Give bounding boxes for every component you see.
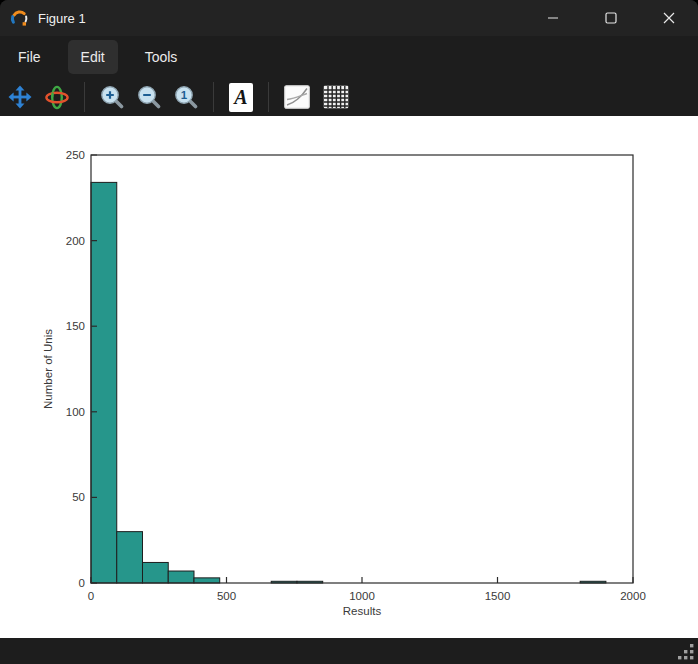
zoom-in-button[interactable]: [100, 85, 124, 109]
histogram-bar: [117, 532, 143, 583]
figure-window: Figure 1 File Edit Tools: [0, 0, 698, 664]
toolbar-separator: [268, 82, 269, 112]
histogram-chart: 0500100015002000050100150200250ResultsNu…: [0, 116, 698, 638]
text-annotation-icon: A: [229, 83, 253, 112]
x-tick-label: 500: [217, 590, 236, 602]
matplotlib-logo-icon: [10, 9, 29, 28]
zoom-reset-button[interactable]: 1: [174, 85, 198, 109]
plot-curves-button[interactable]: [284, 85, 310, 109]
menu-edit[interactable]: Edit: [68, 40, 118, 74]
y-tick-label: 50: [72, 491, 85, 503]
plot-canvas[interactable]: 0500100015002000050100150200250ResultsNu…: [0, 116, 698, 638]
maximize-icon: [605, 12, 617, 24]
zoom-out-button[interactable]: [137, 85, 161, 109]
close-button[interactable]: [640, 0, 698, 36]
text-annotation-button[interactable]: A: [229, 83, 253, 112]
x-tick-label: 0: [88, 590, 94, 602]
pan-icon: [8, 85, 32, 109]
histogram-bar: [168, 571, 194, 583]
toolbar-separator: [84, 82, 85, 112]
zoom-out-icon: [137, 85, 161, 109]
toolbar: 1 A: [0, 78, 698, 116]
statusbar: [0, 638, 698, 664]
window-controls: [524, 0, 698, 36]
zoom-in-icon: [100, 85, 124, 109]
y-tick-label: 150: [66, 320, 85, 332]
y-axis-label: Number of Unis: [42, 329, 54, 409]
plot-frame: [91, 155, 633, 583]
x-tick-label: 1500: [485, 590, 511, 602]
histogram-bar: [194, 578, 220, 583]
toolbar-separator: [213, 82, 214, 112]
maximize-button[interactable]: [582, 0, 640, 36]
menu-file[interactable]: File: [5, 40, 54, 74]
x-tick-label: 2000: [620, 590, 646, 602]
grid-icon: [323, 85, 349, 109]
resize-grip-icon[interactable]: [678, 644, 695, 661]
zoom-reset-icon: 1: [174, 85, 198, 109]
grid-button[interactable]: [323, 85, 349, 109]
pan-button[interactable]: [8, 85, 32, 109]
svg-text:1: 1: [181, 89, 188, 101]
menubar: File Edit Tools: [0, 36, 698, 78]
y-tick-label: 200: [66, 235, 85, 247]
menu-tools[interactable]: Tools: [132, 40, 191, 74]
close-icon: [663, 12, 675, 24]
y-tick-label: 250: [66, 149, 85, 161]
rotate-3d-button[interactable]: [45, 85, 69, 110]
y-tick-label: 100: [66, 406, 85, 418]
minimize-icon: [547, 12, 559, 24]
rotate-3d-icon: [45, 85, 69, 110]
plot-curves-icon: [284, 85, 310, 109]
titlebar[interactable]: Figure 1: [0, 0, 698, 36]
x-axis-label: Results: [343, 605, 382, 617]
y-tick-label: 0: [79, 577, 85, 589]
x-tick-label: 1000: [349, 590, 375, 602]
histogram-bar: [91, 182, 117, 583]
histogram-bar: [142, 562, 168, 583]
window-title: Figure 1: [38, 11, 86, 26]
minimize-button[interactable]: [524, 0, 582, 36]
